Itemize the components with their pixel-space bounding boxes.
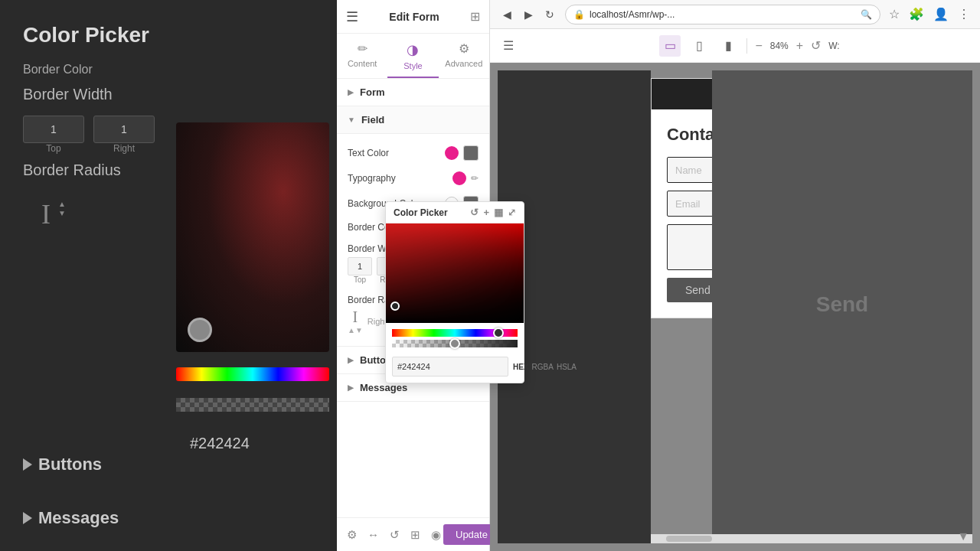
et-tablet-icon[interactable]: ▯ bbox=[688, 35, 710, 57]
bottom-scroll-thumb[interactable] bbox=[666, 536, 712, 542]
tab-content[interactable]: ✏ Content bbox=[337, 34, 387, 78]
cp-expand-icon[interactable]: ⤢ bbox=[508, 207, 516, 218]
name-placeholder: Name bbox=[675, 165, 702, 176]
typography-pencil-icon[interactable]: ✏ bbox=[471, 173, 479, 184]
browser-bar: ◀ ▶ ↻ 🔒 localhost/Asmr/wp-... 🔍 ☆ 🧩 👤 ⋮ bbox=[490, 0, 980, 29]
border-width-right-label: Right bbox=[93, 143, 155, 154]
border-width-top-input[interactable]: 1 bbox=[23, 116, 84, 143]
text-color-label: Text Color bbox=[348, 148, 389, 158]
buttons-section-left[interactable]: Buttons bbox=[23, 455, 102, 474]
left-panel: Color Picker Border Color Border Width 1… bbox=[0, 0, 337, 551]
cp-spectrum-bar[interactable] bbox=[392, 329, 518, 337]
cp-alpha-handle[interactable] bbox=[449, 338, 460, 349]
content-tab-label: Content bbox=[348, 59, 377, 68]
lock-icon: 🔒 bbox=[573, 9, 585, 20]
tab-advanced[interactable]: ⚙ Advanced bbox=[439, 34, 489, 78]
templates-icon[interactable]: ⊞ bbox=[408, 526, 423, 544]
cp-mode-rgba[interactable]: RGBA bbox=[532, 363, 554, 371]
cp-title: Color Picker bbox=[394, 207, 448, 218]
extensions-icon[interactable]: 🧩 bbox=[906, 5, 926, 24]
cp-add-icon[interactable]: + bbox=[483, 207, 489, 218]
profile-icon[interactable]: 👤 bbox=[931, 5, 951, 24]
address-bar[interactable]: 🔒 localhost/Asmr/wp-... 🔍 bbox=[565, 5, 880, 24]
bw-top-label: Top bbox=[348, 276, 372, 284]
forward-button[interactable]: ▶ bbox=[519, 5, 537, 24]
right-panel: ◀ ▶ ↻ 🔒 localhost/Asmr/wp-... 🔍 ☆ 🧩 👤 ⋮ … bbox=[490, 0, 980, 551]
cp-hex-row: HEX RGBA HSLA bbox=[386, 354, 524, 383]
scroll-down-arrow[interactable]: ▼ bbox=[957, 530, 969, 543]
text-color-swatch[interactable] bbox=[445, 146, 459, 160]
typography-swatch[interactable] bbox=[452, 171, 466, 185]
hex-value-left: #242424 bbox=[190, 435, 250, 452]
cp-mode-hex[interactable]: HEX bbox=[513, 363, 529, 371]
et-mobile-icon[interactable]: ▮ bbox=[717, 35, 739, 57]
url-text: localhost/Asmr/wp-... bbox=[590, 9, 675, 20]
typography-label: Typography bbox=[348, 173, 396, 184]
border-color-label: Border Color bbox=[23, 63, 314, 77]
messages-arrow: ▶ bbox=[348, 383, 354, 392]
gradient-circle-handle[interactable] bbox=[188, 318, 212, 342]
spectrum-bar-left[interactable] bbox=[176, 367, 329, 381]
settings-icon[interactable]: ⚙ bbox=[345, 526, 359, 544]
buttons-expand-icon bbox=[23, 458, 32, 471]
cp-sliders bbox=[386, 323, 524, 354]
et-zoom-reset[interactable]: ↺ bbox=[811, 38, 821, 53]
star-icon[interactable]: ☆ bbox=[887, 5, 902, 24]
et-separator bbox=[746, 38, 747, 54]
et-zoom-in[interactable]: + bbox=[796, 39, 803, 53]
bottom-toolbar: ⚙ ↔ ↺ ⊞ ◉ Update ∧ bbox=[337, 517, 489, 551]
cp-alpha-bar[interactable] bbox=[392, 340, 518, 347]
messages-expand-icon bbox=[23, 512, 32, 524]
advanced-tab-icon: ⚙ bbox=[459, 41, 469, 56]
cp-sample-icon[interactable]: ▦ bbox=[494, 207, 503, 218]
form-section-arrow: ▶ bbox=[348, 88, 354, 96]
checkerboard-alpha bbox=[176, 398, 329, 412]
cp-hex-input[interactable] bbox=[392, 357, 508, 377]
br-right-label: Right bbox=[368, 317, 387, 326]
send-text-right: Send bbox=[816, 292, 868, 317]
buttons-label: Buttons bbox=[38, 455, 102, 474]
cp-mode-hsla[interactable]: HSLA bbox=[557, 363, 577, 371]
et-zoom-level: 84% bbox=[770, 41, 789, 51]
et-zoom-out[interactable]: − bbox=[755, 39, 762, 53]
back-button[interactable]: ◀ bbox=[498, 5, 516, 24]
cp-reset-icon[interactable]: ↺ bbox=[470, 207, 479, 218]
border-width-label: Border Width bbox=[23, 86, 314, 103]
history-icon[interactable]: ↺ bbox=[387, 526, 402, 544]
search-icon: 🔍 bbox=[861, 9, 872, 20]
preview-area: Contact Us Name Email Send ↔ ↗ bbox=[490, 63, 980, 551]
text-color-bg-swatch[interactable] bbox=[463, 145, 479, 161]
form-section-label: Form bbox=[360, 86, 385, 98]
form-section-header[interactable]: ▶ Form bbox=[337, 79, 489, 106]
cp-spectrum-handle[interactable] bbox=[493, 328, 504, 338]
email-placeholder: Email bbox=[675, 198, 701, 210]
messages-section-left[interactable]: Messages bbox=[23, 508, 119, 528]
text-color-row: Text Color bbox=[337, 140, 489, 166]
preview-icon[interactable]: ◉ bbox=[429, 526, 443, 544]
advanced-tab-label: Advanced bbox=[445, 59, 482, 68]
hamburger-icon[interactable]: ☰ bbox=[346, 8, 358, 25]
cp-mode-tabs: HEX RGBA HSLA bbox=[513, 363, 577, 371]
grid-icon[interactable]: ⊞ bbox=[470, 9, 480, 24]
elementor-topbar: ☰ Edit Form ⊞ bbox=[337, 0, 489, 34]
field-section-header[interactable]: ▼ Field bbox=[337, 106, 489, 134]
responsive-icon[interactable]: ↔ bbox=[365, 526, 381, 544]
cp-gradient-area[interactable] bbox=[386, 223, 524, 323]
elementor-top-toolbar: ☰ ▭ ▯ ▮ − 84% + ↺ W: bbox=[490, 29, 980, 63]
text-color-controls bbox=[445, 145, 479, 161]
buttons-arrow: ▶ bbox=[348, 356, 354, 364]
border-width-right-input[interactable]: 1 bbox=[93, 116, 155, 143]
reload-button[interactable]: ↻ bbox=[541, 5, 559, 24]
menu-icon[interactable]: ⋮ bbox=[956, 5, 972, 24]
color-picker-title: Color Picker bbox=[23, 23, 314, 47]
border-width-top-label: Top bbox=[23, 143, 84, 154]
et-center: ▭ ▯ ▮ − 84% + ↺ W: bbox=[527, 35, 972, 57]
bottom-scrollbar: ▼ bbox=[651, 534, 972, 543]
et-width-label: W: bbox=[828, 41, 839, 51]
tab-style[interactable]: ◑ Style bbox=[387, 34, 438, 78]
bw-top-input[interactable]: 1 bbox=[348, 257, 372, 276]
et-desktop-icon[interactable]: ▭ bbox=[659, 35, 681, 57]
cp-gradient-circle[interactable] bbox=[390, 302, 400, 311]
et-hamburger-icon[interactable]: ☰ bbox=[498, 35, 519, 57]
tabs-row: ✏ Content ◑ Style ⚙ Advanced bbox=[337, 34, 489, 79]
